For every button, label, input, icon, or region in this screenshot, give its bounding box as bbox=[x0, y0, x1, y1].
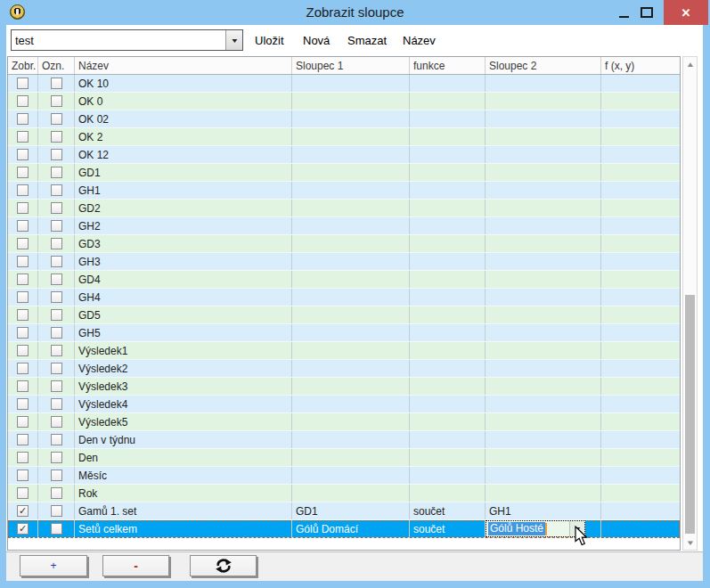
sloupec1-cell[interactable] bbox=[292, 467, 410, 484]
zobr-checkbox[interactable] bbox=[17, 202, 29, 214]
funkce-cell[interactable] bbox=[410, 93, 486, 110]
table-row[interactable]: Den bbox=[8, 449, 680, 467]
zobr-checkbox[interactable] bbox=[17, 131, 29, 143]
sloupec2-cell[interactable] bbox=[486, 200, 601, 216]
ozn-cell[interactable] bbox=[38, 502, 75, 519]
funkce-cell[interactable] bbox=[410, 182, 486, 199]
sloupec2-cell[interactable] bbox=[486, 182, 601, 199]
sloupec2-cell[interactable] bbox=[486, 164, 601, 181]
zobr-checkbox[interactable]: ✓ bbox=[17, 523, 29, 535]
zobr-cell[interactable]: ✓ bbox=[8, 502, 38, 519]
zobr-checkbox[interactable] bbox=[17, 238, 29, 249]
maximize-button[interactable] bbox=[635, 0, 658, 25]
ozn-cell[interactable] bbox=[38, 253, 75, 270]
table-row[interactable]: GH2 bbox=[8, 217, 680, 235]
table-row[interactable]: Výsledek5 bbox=[8, 413, 680, 431]
nazev-cell[interactable]: Výsledek1 bbox=[75, 342, 292, 359]
sloupec1-cell[interactable] bbox=[292, 396, 410, 412]
zobr-checkbox[interactable] bbox=[17, 380, 29, 392]
sloupec2-cell[interactable] bbox=[486, 93, 601, 110]
ozn-checkbox[interactable] bbox=[51, 113, 62, 125]
table-row[interactable]: OK 0 bbox=[8, 93, 680, 110]
sloupec2-cell[interactable] bbox=[486, 271, 601, 288]
zobr-checkbox[interactable] bbox=[17, 398, 29, 410]
zobr-cell[interactable]: ✓ bbox=[8, 520, 38, 537]
ozn-cell[interactable] bbox=[38, 520, 75, 537]
table-row[interactable]: OK 10 bbox=[8, 75, 680, 93]
table-row[interactable]: GD5 bbox=[8, 306, 680, 324]
zobr-checkbox[interactable] bbox=[17, 434, 29, 445]
nazev-cell[interactable]: Gamů 1. set bbox=[75, 502, 292, 519]
save-button[interactable]: Uložit bbox=[255, 34, 284, 47]
funkce-cell[interactable] bbox=[410, 324, 486, 341]
ozn-cell[interactable] bbox=[38, 164, 75, 181]
nazev-cell[interactable]: GH1 bbox=[75, 182, 292, 199]
ozn-checkbox[interactable] bbox=[51, 505, 62, 517]
sloupec1-cell[interactable] bbox=[292, 217, 410, 234]
sloupec1-cell[interactable] bbox=[292, 93, 410, 110]
ozn-checkbox[interactable] bbox=[51, 274, 62, 285]
zobr-checkbox[interactable]: ✓ bbox=[17, 505, 29, 517]
zobr-checkbox[interactable] bbox=[17, 113, 29, 125]
fxy-cell[interactable] bbox=[601, 413, 680, 430]
preset-combobox[interactable]: ▼ bbox=[11, 29, 243, 51]
ozn-cell[interactable] bbox=[38, 271, 75, 288]
zobr-checkbox[interactable] bbox=[17, 291, 29, 303]
sloupec2-cell[interactable] bbox=[486, 110, 601, 127]
ozn-cell[interactable] bbox=[38, 75, 75, 92]
nazev-cell[interactable]: Výsledek2 bbox=[75, 360, 292, 377]
fxy-cell[interactable] bbox=[601, 182, 680, 199]
ozn-cell[interactable] bbox=[38, 306, 75, 323]
zobr-cell[interactable] bbox=[8, 413, 38, 430]
nazev-cell[interactable]: GD1 bbox=[75, 164, 292, 181]
ozn-checkbox[interactable] bbox=[51, 149, 62, 160]
combo-dropdown-button[interactable]: ▼ bbox=[225, 30, 242, 50]
ozn-checkbox[interactable] bbox=[51, 95, 62, 107]
sloupec2-cell[interactable] bbox=[486, 289, 601, 306]
ozn-checkbox[interactable] bbox=[51, 345, 62, 356]
ozn-checkbox[interactable] bbox=[51, 256, 62, 267]
ozn-cell[interactable] bbox=[38, 217, 75, 234]
ozn-checkbox[interactable] bbox=[51, 184, 62, 196]
funkce-cell[interactable] bbox=[410, 217, 486, 234]
zobr-checkbox[interactable] bbox=[17, 363, 29, 374]
nazev-cell[interactable]: Setů celkem bbox=[75, 520, 292, 537]
sloupec2-cell[interactable] bbox=[486, 75, 601, 92]
ozn-checkbox[interactable] bbox=[51, 363, 62, 374]
ozn-checkbox[interactable] bbox=[51, 220, 62, 232]
funkce-cell[interactable] bbox=[410, 128, 486, 145]
ozn-cell[interactable] bbox=[38, 396, 75, 412]
zobr-checkbox[interactable] bbox=[17, 416, 29, 428]
zobr-cell[interactable] bbox=[8, 217, 38, 234]
fxy-cell[interactable] bbox=[601, 324, 680, 341]
table-row[interactable]: GH3 bbox=[8, 253, 680, 271]
funkce-cell[interactable] bbox=[410, 289, 486, 306]
funkce-cell[interactable] bbox=[410, 146, 486, 163]
zobr-cell[interactable] bbox=[8, 200, 38, 216]
sloupec2-cell[interactable]: GH1 bbox=[486, 502, 601, 519]
ozn-checkbox[interactable] bbox=[51, 202, 62, 214]
zobr-checkbox[interactable] bbox=[17, 487, 29, 499]
funkce-cell[interactable] bbox=[410, 75, 486, 92]
table-row[interactable]: Měsíc bbox=[8, 467, 680, 485]
sloupec2-cell[interactable] bbox=[486, 324, 601, 341]
ozn-checkbox[interactable] bbox=[51, 434, 62, 445]
sloupec1-cell[interactable] bbox=[292, 413, 410, 430]
table-row[interactable]: GD1 bbox=[8, 164, 680, 182]
sloupec1-cell[interactable] bbox=[292, 324, 410, 341]
sloupec2-cell[interactable] bbox=[486, 146, 601, 163]
sloupec2-cell[interactable] bbox=[486, 413, 601, 430]
fxy-cell[interactable] bbox=[601, 217, 680, 234]
sloupec1-cell[interactable] bbox=[292, 164, 410, 181]
ozn-cell[interactable] bbox=[38, 485, 75, 502]
funkce-cell[interactable] bbox=[410, 110, 486, 127]
fxy-cell[interactable] bbox=[601, 467, 680, 484]
ozn-cell[interactable] bbox=[38, 431, 75, 448]
ozn-checkbox[interactable] bbox=[51, 238, 62, 249]
sloupec1-cell[interactable] bbox=[292, 253, 410, 270]
funkce-cell[interactable] bbox=[410, 396, 486, 412]
table-row[interactable]: OK 02 bbox=[8, 110, 680, 128]
fxy-cell[interactable] bbox=[601, 342, 680, 359]
funkce-cell[interactable] bbox=[410, 253, 486, 270]
sloupec1-cell[interactable] bbox=[292, 235, 410, 252]
